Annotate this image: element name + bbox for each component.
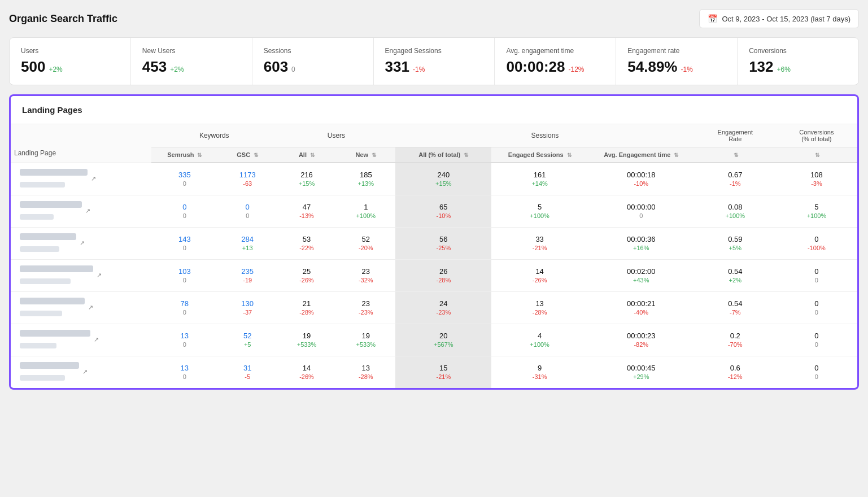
landing-page-content: ↗: [20, 324, 147, 356]
stat-engagement-rate-delta: -1%: [681, 66, 692, 73]
sort-icon-users-all: ⇅: [310, 152, 315, 158]
table-cell: 00:00:36+16%: [588, 227, 695, 259]
table-cell: 3350: [151, 163, 218, 195]
landing-page-blur-line1: [20, 330, 90, 337]
sort-icon-semrush: ⇅: [197, 152, 202, 158]
col-group-engagement-rate: EngagementRate: [695, 124, 776, 147]
table-cell: 14-26%: [491, 259, 587, 291]
col-header-semrush[interactable]: Semrush ⇅: [151, 147, 218, 163]
landing-page-blur-line2: [20, 246, 59, 252]
col-header-sessions-all[interactable]: All (% of total) ⇅: [395, 147, 491, 163]
col-header-gsc[interactable]: GSC ⇅: [218, 147, 277, 163]
table-cell: 185+13%: [336, 163, 395, 195]
table-cell: 240+15%: [395, 163, 491, 195]
table-cell: 00:00:45+29%: [588, 356, 695, 388]
stat-engagement-rate: Engagement rate 54.89% -1%: [616, 38, 738, 85]
table-cell: 235-19: [218, 259, 277, 291]
stat-sessions-value: 603: [264, 58, 288, 76]
table-cell: 19+533%: [336, 324, 395, 356]
col-header-conversions[interactable]: ⇅: [776, 147, 857, 163]
table-cell: 56-25%: [395, 227, 491, 259]
landing-page-blur-line2: [20, 311, 62, 316]
table-body: ↗ 33501173-63216+15%185+13%240+15%161+14…: [11, 163, 857, 388]
stat-users-value: 500: [21, 58, 45, 76]
page-header: Organic Search Traffic 📅 Oct 9, 2023 - O…: [9, 9, 859, 28]
table-cell: 00: [218, 195, 277, 227]
table-cell: 47-13%: [277, 195, 337, 227]
table-cell: 1173-63: [218, 163, 277, 195]
table-cell: 108-3%: [776, 163, 857, 195]
col-header-users-new[interactable]: New ⇅: [336, 147, 395, 163]
external-link-icon[interactable]: ↗: [85, 207, 90, 215]
table-cell: 130: [151, 324, 218, 356]
stat-sessions-delta: 0: [291, 66, 295, 73]
landing-page-text: [20, 298, 85, 318]
table-cell: 00: [776, 324, 857, 356]
date-range-label: Oct 9, 2023 - Oct 15, 2023 (last 7 days): [722, 15, 850, 23]
sort-icon-sessions-all: ⇅: [464, 152, 468, 158]
table-cell: 14-26%: [277, 356, 337, 388]
landing-page-blur-line1: [20, 233, 76, 240]
external-link-icon[interactable]: ↗: [88, 304, 93, 311]
external-link-icon[interactable]: ↗: [97, 272, 102, 279]
landing-pages-title: Landing Pages: [11, 96, 857, 124]
table-cell: 5+100%: [491, 195, 587, 227]
landing-page-blur-line1: [20, 169, 88, 176]
landing-page-text: [20, 201, 82, 221]
landing-pages-table: Landing Page Keywords Users Sessions Eng…: [11, 124, 857, 388]
col-header-users-all[interactable]: All ⇅: [277, 147, 337, 163]
stat-engaged-sessions: Engaged Sessions 331 -1%: [374, 38, 495, 85]
table-cell: 31-5: [218, 356, 277, 388]
table-group-header-row: Landing Page Keywords Users Sessions Eng…: [11, 124, 857, 147]
stat-engaged-sessions-label: Engaged Sessions: [385, 47, 483, 55]
table-cell: 00:00:000: [588, 195, 695, 227]
external-link-icon[interactable]: ↗: [82, 368, 88, 376]
landing-page-text: [20, 265, 93, 286]
table-cell: 00: [776, 259, 857, 291]
landing-page-blur-line2: [20, 278, 71, 284]
table-row: ↗ 1030235-1925-26%23-32%26-28%14-26%00:0…: [11, 259, 857, 291]
calendar-icon: 📅: [708, 14, 717, 23]
table-cell: 21-28%: [277, 291, 337, 324]
landing-page-cell: ↗: [11, 356, 151, 388]
table-cell: 13-28%: [491, 291, 587, 324]
table-cell: 00: [776, 356, 857, 388]
stat-engaged-sessions-delta: -1%: [413, 66, 425, 73]
table-cell: 00:00:21-40%: [588, 291, 695, 324]
external-link-icon[interactable]: ↗: [94, 336, 99, 343]
external-link-icon[interactable]: ↗: [80, 239, 85, 247]
landing-page-content: ↗: [20, 228, 147, 259]
landing-page-cell: ↗: [11, 163, 151, 195]
landing-page-blur-line1: [20, 201, 82, 208]
table-cell: 1430: [151, 227, 218, 259]
page-title: Organic Search Traffic: [9, 13, 117, 25]
table-cell: 53-22%: [277, 227, 337, 259]
landing-pages-table-wrapper[interactable]: Landing Page Keywords Users Sessions Eng…: [11, 124, 857, 388]
stat-avg-engagement-delta: -12%: [569, 66, 585, 73]
col-header-engaged-sessions[interactable]: Engaged Sessions ⇅: [491, 147, 587, 163]
table-cell: 5+100%: [776, 195, 857, 227]
table-cell: 00:00:23-82%: [588, 324, 695, 356]
col-header-avg-engagement[interactable]: Avg. Engagement time ⇅: [588, 147, 695, 163]
external-link-icon[interactable]: ↗: [91, 175, 96, 182]
table-cell: 23-32%: [336, 259, 395, 291]
stat-conversions-label: Conversions: [749, 47, 847, 55]
table-cell: 00: [776, 291, 857, 324]
table-cell: 780: [151, 291, 218, 324]
landing-page-content: ↗: [20, 260, 147, 291]
sort-icon-avg-engagement: ⇅: [674, 152, 678, 158]
table-cell: 00: [151, 195, 218, 227]
stat-users-delta: +2%: [49, 66, 62, 73]
table-row: ↗ 780130-3721-28%23-23%24-23%13-28%00:00…: [11, 291, 857, 324]
table-cell: 1+100%: [336, 195, 395, 227]
table-cell: 19+533%: [277, 324, 337, 356]
stat-new-users-delta: +2%: [170, 66, 184, 73]
table-cell: 0.6-12%: [695, 356, 776, 388]
table-row: ↗ 33501173-63216+15%185+13%240+15%161+14…: [11, 163, 857, 195]
sort-icon-users-new: ⇅: [372, 152, 376, 158]
col-header-engagement-rate[interactable]: ⇅: [695, 147, 776, 163]
date-range-button[interactable]: 📅 Oct 9, 2023 - Oct 15, 2023 (last 7 day…: [699, 9, 859, 28]
table-cell: 52+5: [218, 324, 277, 356]
landing-page-text: [20, 233, 76, 254]
table-cell: 00:00:18-10%: [588, 163, 695, 195]
